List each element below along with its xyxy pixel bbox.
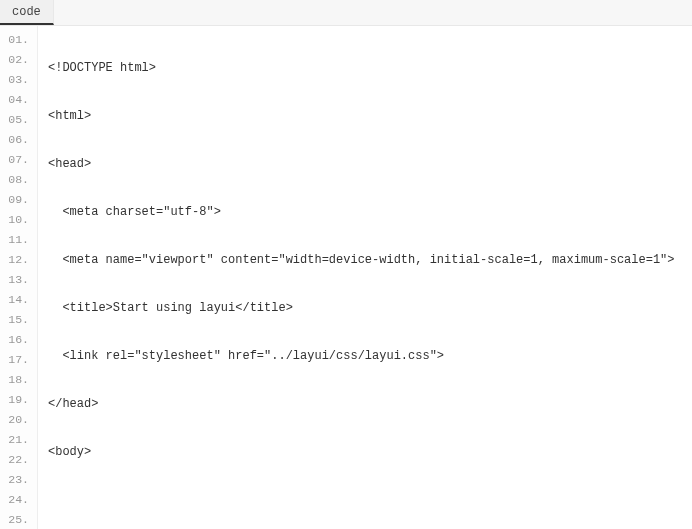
line-number: 12.	[0, 250, 37, 270]
line-number: 16.	[0, 330, 37, 350]
code-line: <!DOCTYPE html>	[48, 58, 692, 78]
line-number: 03.	[0, 70, 37, 90]
line-number: 07.	[0, 150, 37, 170]
code-line: <title>Start using layui</title>	[48, 298, 692, 318]
code-editor: 01. 02. 03. 04. 05. 06. 07. 08. 09. 10. …	[0, 26, 692, 529]
line-number: 17.	[0, 350, 37, 370]
line-number: 13.	[0, 270, 37, 290]
line-number: 14.	[0, 290, 37, 310]
tab-code[interactable]: code	[0, 0, 54, 25]
code-line: <html>	[48, 106, 692, 126]
code-line: <head>	[48, 154, 692, 174]
line-number: 25.	[0, 510, 37, 529]
line-number: 21.	[0, 430, 37, 450]
code-line: <link rel="stylesheet" href="../layui/cs…	[48, 346, 692, 366]
line-number: 08.	[0, 170, 37, 190]
line-number: 23.	[0, 470, 37, 490]
line-number: 06.	[0, 130, 37, 150]
code-line: </head>	[48, 394, 692, 414]
line-number: 05.	[0, 110, 37, 130]
line-number: 15.	[0, 310, 37, 330]
line-number: 22.	[0, 450, 37, 470]
line-number: 10.	[0, 210, 37, 230]
line-number: 20.	[0, 410, 37, 430]
code-line: <body>	[48, 442, 692, 462]
line-number: 02.	[0, 50, 37, 70]
line-number: 18.	[0, 370, 37, 390]
code-line	[48, 490, 692, 510]
code-line: <meta charset="utf-8">	[48, 202, 692, 222]
line-number: 09.	[0, 190, 37, 210]
line-number: 11.	[0, 230, 37, 250]
code-content[interactable]: <!DOCTYPE html> <html> <head> <meta char…	[38, 26, 692, 529]
line-number: 24.	[0, 490, 37, 510]
line-number: 04.	[0, 90, 37, 110]
tab-strip: code	[0, 0, 692, 26]
code-line: <meta name="viewport" content="width=dev…	[48, 250, 692, 270]
line-number: 01.	[0, 30, 37, 50]
line-number: 19.	[0, 390, 37, 410]
line-number-gutter: 01. 02. 03. 04. 05. 06. 07. 08. 09. 10. …	[0, 26, 38, 529]
